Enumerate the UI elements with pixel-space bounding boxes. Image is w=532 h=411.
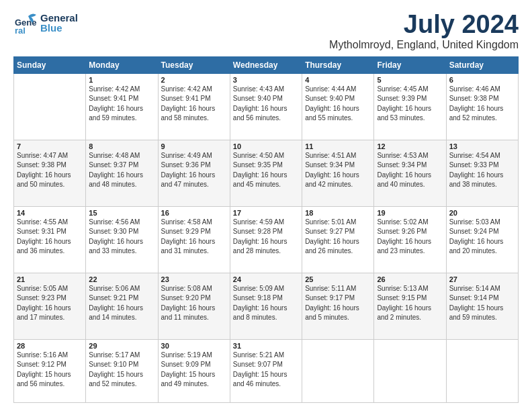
day-number: 14 bbox=[17, 209, 83, 217]
day-info: Sunrise: 5:09 AMSunset: 9:18 PMDaylight:… bbox=[233, 285, 287, 322]
day-info: Sunrise: 5:02 AMSunset: 9:26 PMDaylight:… bbox=[377, 218, 431, 255]
day-info: Sunrise: 5:17 AMSunset: 9:10 PMDaylight:… bbox=[89, 351, 143, 388]
day-info: Sunrise: 5:16 AMSunset: 9:12 PMDaylight:… bbox=[17, 351, 71, 388]
table-row: 19 Sunrise: 5:02 AMSunset: 9:26 PMDaylig… bbox=[374, 206, 446, 273]
th-monday: Monday bbox=[86, 56, 158, 73]
day-number: 31 bbox=[233, 342, 299, 350]
day-number: 8 bbox=[89, 142, 154, 150]
th-sunday: Sunday bbox=[14, 56, 86, 73]
day-info: Sunrise: 4:51 AMSunset: 9:34 PMDaylight:… bbox=[305, 152, 359, 189]
day-info: Sunrise: 4:47 AMSunset: 9:38 PMDaylight:… bbox=[17, 152, 71, 189]
logo-icon: Gene ral bbox=[13, 11, 38, 35]
table-row: 12 Sunrise: 4:53 AMSunset: 9:34 PMDaylig… bbox=[374, 140, 446, 206]
day-number: 29 bbox=[89, 342, 154, 350]
day-info: Sunrise: 5:21 AMSunset: 9:07 PMDaylight:… bbox=[233, 351, 287, 388]
header-row: Sunday Monday Tuesday Wednesday Thursday… bbox=[14, 56, 519, 73]
day-info: Sunrise: 5:01 AMSunset: 9:27 PMDaylight:… bbox=[305, 218, 359, 255]
day-info: Sunrise: 4:50 AMSunset: 9:35 PMDaylight:… bbox=[233, 152, 287, 189]
day-info: Sunrise: 4:45 AMSunset: 9:39 PMDaylight:… bbox=[377, 85, 431, 122]
day-number: 25 bbox=[305, 275, 371, 283]
month-title: July 2024 bbox=[329, 11, 519, 39]
day-info: Sunrise: 4:59 AMSunset: 9:28 PMDaylight:… bbox=[233, 218, 287, 255]
table-row: 15 Sunrise: 4:56 AMSunset: 9:30 PMDaylig… bbox=[86, 206, 158, 273]
table-row: 1 Sunrise: 4:42 AMSunset: 9:41 PMDayligh… bbox=[86, 73, 158, 140]
day-number: 19 bbox=[377, 209, 443, 217]
day-number: 2 bbox=[161, 76, 227, 84]
header: Gene ral General Blue July 2024 Mytholmr… bbox=[13, 11, 519, 51]
table-row: 23 Sunrise: 5:08 AMSunset: 9:20 PMDaylig… bbox=[158, 273, 230, 339]
day-info: Sunrise: 4:42 AMSunset: 9:41 PMDaylight:… bbox=[161, 85, 216, 122]
logo-blue-text: Blue bbox=[40, 23, 78, 33]
logo-general-text: General bbox=[40, 13, 78, 23]
table-row bbox=[374, 339, 446, 402]
day-info: Sunrise: 4:43 AMSunset: 9:40 PMDaylight:… bbox=[233, 85, 287, 122]
table-row bbox=[302, 339, 374, 402]
table-row: 10 Sunrise: 4:50 AMSunset: 9:35 PMDaylig… bbox=[230, 140, 302, 206]
day-number: 12 bbox=[377, 142, 443, 150]
day-number: 21 bbox=[17, 275, 83, 283]
day-number: 26 bbox=[377, 275, 443, 283]
day-info: Sunrise: 5:05 AMSunset: 9:23 PMDaylight:… bbox=[17, 285, 71, 322]
th-wednesday: Wednesday bbox=[230, 56, 302, 73]
day-number: 20 bbox=[449, 209, 515, 217]
day-number: 30 bbox=[161, 342, 227, 350]
table-row: 9 Sunrise: 4:49 AMSunset: 9:36 PMDayligh… bbox=[158, 140, 230, 206]
table-row: 31 Sunrise: 5:21 AMSunset: 9:07 PMDaylig… bbox=[230, 339, 302, 402]
table-row: 21 Sunrise: 5:05 AMSunset: 9:23 PMDaylig… bbox=[14, 273, 86, 339]
th-tuesday: Tuesday bbox=[158, 56, 230, 73]
table-row bbox=[14, 73, 86, 140]
table-row: 27 Sunrise: 5:14 AMSunset: 9:14 PMDaylig… bbox=[446, 273, 518, 339]
svg-text:ral: ral bbox=[15, 26, 26, 35]
day-number: 4 bbox=[305, 76, 371, 84]
table-row: 28 Sunrise: 5:16 AMSunset: 9:12 PMDaylig… bbox=[14, 339, 86, 402]
table-row: 13 Sunrise: 4:54 AMSunset: 9:33 PMDaylig… bbox=[446, 140, 518, 206]
day-number: 15 bbox=[89, 209, 154, 217]
table-row bbox=[446, 339, 518, 402]
day-info: Sunrise: 5:11 AMSunset: 9:17 PMDaylight:… bbox=[305, 285, 359, 322]
day-number: 1 bbox=[89, 76, 154, 84]
day-info: Sunrise: 4:54 AMSunset: 9:33 PMDaylight:… bbox=[449, 152, 504, 189]
day-number: 16 bbox=[161, 209, 227, 217]
table-row: 30 Sunrise: 5:19 AMSunset: 9:09 PMDaylig… bbox=[158, 339, 230, 402]
day-info: Sunrise: 4:48 AMSunset: 9:37 PMDaylight:… bbox=[89, 152, 143, 189]
day-number: 9 bbox=[161, 142, 227, 150]
table-row: 16 Sunrise: 4:58 AMSunset: 9:29 PMDaylig… bbox=[158, 206, 230, 273]
day-number: 18 bbox=[305, 209, 371, 217]
day-info: Sunrise: 5:08 AMSunset: 9:20 PMDaylight:… bbox=[161, 285, 216, 322]
day-info: Sunrise: 5:03 AMSunset: 9:24 PMDaylight:… bbox=[449, 218, 504, 255]
day-info: Sunrise: 5:13 AMSunset: 9:15 PMDaylight:… bbox=[377, 285, 431, 322]
table-row: 25 Sunrise: 5:11 AMSunset: 9:17 PMDaylig… bbox=[302, 273, 374, 339]
day-info: Sunrise: 4:46 AMSunset: 9:38 PMDaylight:… bbox=[449, 85, 504, 122]
day-number: 7 bbox=[17, 142, 83, 150]
location-title: Mytholmroyd, England, United Kingdom bbox=[329, 39, 519, 51]
table-row: 29 Sunrise: 5:17 AMSunset: 9:10 PMDaylig… bbox=[86, 339, 158, 402]
day-number: 10 bbox=[233, 142, 299, 150]
page: Gene ral General Blue July 2024 Mytholmr… bbox=[0, 0, 532, 411]
calendar-table: Sunday Monday Tuesday Wednesday Thursday… bbox=[13, 56, 519, 403]
day-info: Sunrise: 4:53 AMSunset: 9:34 PMDaylight:… bbox=[377, 152, 431, 189]
day-info: Sunrise: 4:42 AMSunset: 9:41 PMDaylight:… bbox=[89, 85, 143, 122]
table-row: 7 Sunrise: 4:47 AMSunset: 9:38 PMDayligh… bbox=[14, 140, 86, 206]
day-info: Sunrise: 5:19 AMSunset: 9:09 PMDaylight:… bbox=[161, 351, 216, 388]
table-row: 24 Sunrise: 5:09 AMSunset: 9:18 PMDaylig… bbox=[230, 273, 302, 339]
day-number: 13 bbox=[449, 142, 515, 150]
table-row: 5 Sunrise: 4:45 AMSunset: 9:39 PMDayligh… bbox=[374, 73, 446, 140]
day-number: 22 bbox=[89, 275, 154, 283]
day-info: Sunrise: 4:58 AMSunset: 9:29 PMDaylight:… bbox=[161, 218, 216, 255]
table-row: 8 Sunrise: 4:48 AMSunset: 9:37 PMDayligh… bbox=[86, 140, 158, 206]
table-row: 4 Sunrise: 4:44 AMSunset: 9:40 PMDayligh… bbox=[302, 73, 374, 140]
day-info: Sunrise: 4:56 AMSunset: 9:30 PMDaylight:… bbox=[89, 218, 143, 255]
day-number: 11 bbox=[305, 142, 371, 150]
table-row: 6 Sunrise: 4:46 AMSunset: 9:38 PMDayligh… bbox=[446, 73, 518, 140]
table-row: 18 Sunrise: 5:01 AMSunset: 9:27 PMDaylig… bbox=[302, 206, 374, 273]
day-info: Sunrise: 4:44 AMSunset: 9:40 PMDaylight:… bbox=[305, 85, 359, 122]
table-row: 14 Sunrise: 4:55 AMSunset: 9:31 PMDaylig… bbox=[14, 206, 86, 273]
table-row: 22 Sunrise: 5:06 AMSunset: 9:21 PMDaylig… bbox=[86, 273, 158, 339]
table-row: 26 Sunrise: 5:13 AMSunset: 9:15 PMDaylig… bbox=[374, 273, 446, 339]
day-number: 27 bbox=[449, 275, 515, 283]
day-number: 3 bbox=[233, 76, 299, 84]
day-number: 28 bbox=[17, 342, 83, 350]
th-saturday: Saturday bbox=[446, 56, 518, 73]
day-number: 23 bbox=[161, 275, 227, 283]
th-thursday: Thursday bbox=[302, 56, 374, 73]
